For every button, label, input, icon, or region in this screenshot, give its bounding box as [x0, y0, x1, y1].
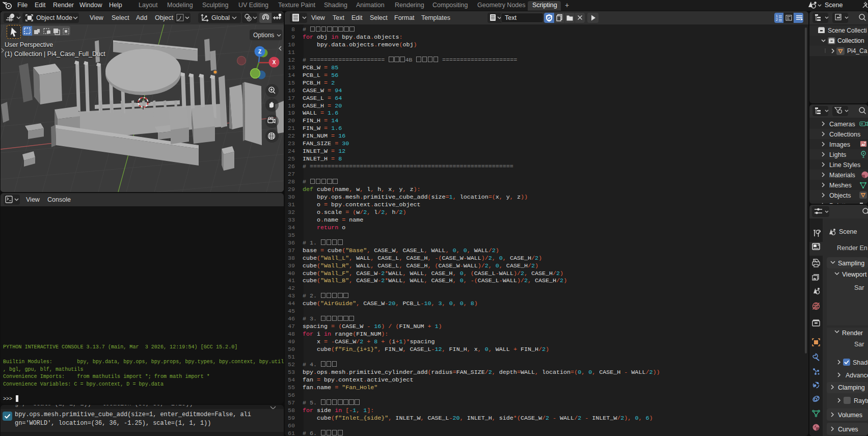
svg-text:Z: Z	[258, 49, 261, 54]
svg-text:Shado: Shado	[853, 359, 868, 366]
svg-text:Lights: Lights	[829, 151, 846, 158]
svg-text:Advance: Advance	[846, 372, 868, 379]
svg-text:Curves: Curves	[838, 426, 858, 433]
svg-text:Palettes: Palettes	[829, 202, 852, 204]
svg-text:Materials: Materials	[829, 172, 855, 179]
svg-text:Objects: Objects	[829, 192, 851, 199]
svg-text:Render En: Render En	[837, 244, 867, 252]
svg-text:X: X	[273, 60, 276, 65]
svg-text:Meshes: Meshes	[829, 182, 852, 189]
svg-text:Images: Images	[829, 141, 850, 148]
svg-text:Pi4_Ca: Pi4_Ca	[847, 47, 867, 54]
svg-text:Line Styles: Line Styles	[829, 161, 860, 169]
svg-text:Volumes: Volumes	[838, 412, 862, 419]
svg-text:Sampling: Sampling	[838, 260, 864, 267]
svg-text:Collection: Collection	[837, 37, 864, 44]
svg-text:Sar: Sar	[854, 284, 864, 291]
svg-text:Clamping: Clamping	[838, 384, 865, 391]
svg-text:Cameras: Cameras	[829, 121, 855, 128]
svg-text:Render: Render	[842, 330, 863, 337]
svg-text:Viewport: Viewport	[842, 271, 867, 278]
svg-text:Scene: Scene	[839, 228, 857, 235]
svg-text:Scene Collecti: Scene Collecti	[828, 27, 867, 34]
svg-text:Collections: Collections	[829, 131, 860, 138]
svg-text:Raytracin: Raytracin	[854, 397, 868, 404]
svg-text:Sar: Sar	[854, 341, 864, 348]
svg-text:2: 2	[776, 18, 778, 21]
svg-text:1: 1	[776, 14, 778, 18]
